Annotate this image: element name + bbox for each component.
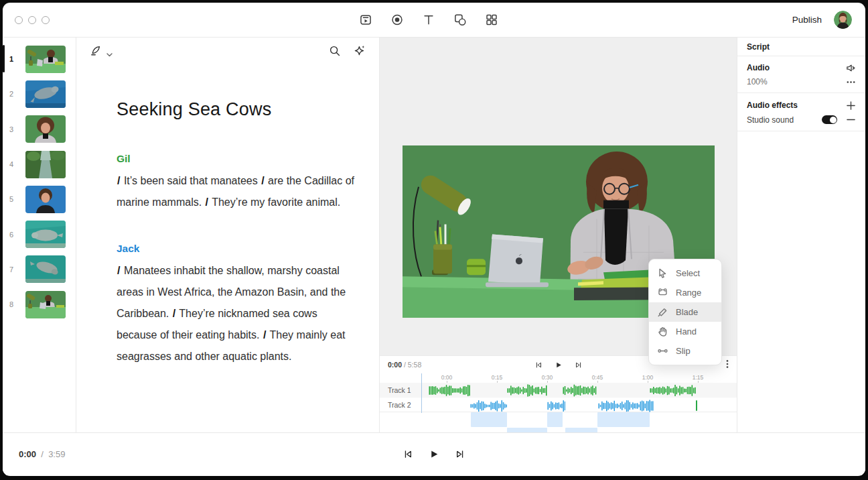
layout-grid-icon[interactable] (486, 13, 498, 26)
scene-row-4[interactable]: 4 (3, 147, 76, 182)
close-window-button[interactable] (15, 16, 23, 24)
timeline-ruler[interactable]: 0:000:150:300:451:001:15 (380, 373, 737, 383)
clip-boundary-marker[interactable]: / (117, 175, 121, 186)
scene-thumbnail[interactable] (25, 115, 66, 143)
publish-button[interactable]: Publish (792, 15, 822, 25)
audio-clip[interactable] (470, 398, 507, 413)
menu-item-slip[interactable]: Slip (649, 341, 721, 361)
menu-item-range[interactable]: Range (649, 283, 721, 302)
scene-row-7[interactable]: 7 (3, 252, 76, 287)
timeline-track-1: Track 1 (380, 383, 737, 398)
media-clip-icon[interactable] (360, 13, 372, 26)
range-icon (657, 287, 668, 298)
ellipsis-icon[interactable] (846, 77, 856, 87)
menu-item-blade[interactable]: Blade (649, 302, 721, 322)
scene-sidebar: 12345678 (3, 38, 76, 432)
scene-thumbnail[interactable] (25, 186, 66, 213)
clip-placeholder[interactable] (597, 412, 650, 427)
playhead[interactable] (421, 373, 422, 413)
audio-clip[interactable] (547, 398, 565, 413)
shapes-icon[interactable] (454, 13, 467, 26)
remove-effect-icon[interactable] (846, 115, 856, 125)
zoom-window-button[interactable] (42, 16, 50, 24)
clip-placeholder[interactable] (471, 412, 507, 427)
timeline-skip-back-button[interactable] (534, 361, 542, 369)
inspector-panel: Script Audio 100% Audio effects (737, 38, 865, 432)
ruler-label: 0:30 (542, 374, 553, 381)
ai-sparkle-icon[interactable] (354, 45, 366, 57)
scene-number: 4 (3, 160, 20, 168)
clip-boundary-marker[interactable]: / (172, 308, 176, 319)
timeline-track-2: Track 2 (380, 398, 737, 412)
audio-clip[interactable] (650, 383, 697, 398)
scene-row-1[interactable]: 1 (3, 42, 76, 76)
add-effect-icon[interactable] (846, 101, 856, 111)
script-title[interactable]: Seeking Sea Cows (117, 99, 352, 120)
menu-item-hand[interactable]: Hand (649, 322, 721, 341)
scene-row-6[interactable]: 6 (3, 217, 76, 251)
quill-pen-icon (90, 45, 102, 57)
timeline-skip-forward-button[interactable] (575, 361, 582, 369)
timeline-play-button[interactable] (555, 361, 562, 369)
scene-thumbnail[interactable] (25, 221, 66, 248)
studio-sound-toggle[interactable] (822, 115, 837, 124)
scene-thumbnail[interactable] (25, 46, 66, 73)
timeline-options-button[interactable] (723, 359, 732, 369)
scene-thumbnail[interactable] (25, 80, 66, 108)
scene-thumbnail[interactable] (25, 255, 66, 283)
speaker-label[interactable]: Gil (117, 153, 352, 165)
speaker-icon[interactable] (846, 63, 856, 73)
scene-thumbnail[interactable] (25, 291, 66, 318)
toolbar-icon-group (360, 3, 498, 37)
transcript-paragraph[interactable]: / Manatees inhabit the shallow, marshy c… (117, 260, 359, 367)
write-mode-dropdown[interactable] (90, 45, 113, 57)
script-panel: Seeking Sea Cows Gil/ It’s been said tha… (76, 38, 380, 432)
record-icon[interactable] (391, 13, 404, 26)
scene-row-8[interactable]: 8 (3, 287, 76, 322)
user-avatar[interactable] (834, 11, 852, 29)
clip-placeholder[interactable] (547, 412, 563, 427)
audio-volume-value[interactable]: 100% (747, 77, 768, 86)
text-tool-icon[interactable] (423, 13, 435, 26)
ruler-label: 0:00 (441, 374, 453, 381)
menu-item-select[interactable]: Select (649, 263, 721, 283)
search-icon[interactable] (329, 45, 341, 57)
track-label[interactable]: Track 1 (380, 383, 421, 398)
player-bar: 0:00 / 3:59 (3, 432, 865, 475)
clip-boundary-marker[interactable]: / (205, 196, 209, 208)
transcript-paragraph[interactable]: / It’s been said that manatees / are the… (117, 170, 359, 213)
scene-thumbnail[interactable] (25, 151, 66, 178)
clip-boundary-marker[interactable]: / (117, 265, 121, 276)
timeline: 0:00 / 5:58 0:000:150:300:451:001:15 Tra… (380, 355, 737, 432)
track-label[interactable]: Track 2 (380, 398, 421, 412)
clip-boundary-marker[interactable]: / (261, 175, 265, 186)
player-timecode: 0:00 / 3:59 (3, 449, 65, 459)
audio-clip[interactable] (598, 398, 654, 413)
blade-icon (657, 306, 668, 318)
slip-icon (657, 345, 668, 357)
edit-point-marker[interactable] (696, 400, 697, 411)
player-skip-back-button[interactable] (403, 449, 413, 459)
clip-boundary-marker[interactable]: / (263, 329, 267, 341)
script-block-gil: Gil/ It’s been said that manatees / are … (117, 153, 352, 213)
menu-item-label: Range (676, 288, 701, 298)
menu-item-label: Blade (676, 307, 698, 317)
chevron-down-icon (106, 48, 113, 54)
player-skip-forward-button[interactable] (455, 449, 465, 459)
titlebar: Publish (3, 3, 865, 38)
ruler-label: 0:45 (592, 374, 603, 381)
tool-context-menu: SelectRangeBladeHandSlip (648, 259, 722, 365)
audio-clip[interactable] (507, 383, 547, 398)
menu-item-label: Hand (676, 326, 697, 337)
audio-clip[interactable] (563, 383, 597, 398)
scene-row-5[interactable]: 5 (3, 182, 76, 217)
scene-row-2[interactable]: 2 (3, 76, 76, 111)
audio-clip[interactable] (429, 383, 471, 398)
timeline-timecode: 0:00 / 5:58 (380, 361, 421, 369)
scene-number: 6 (3, 231, 20, 239)
scene-row-3[interactable]: 3 (3, 112, 76, 147)
minimize-window-button[interactable] (28, 16, 36, 24)
player-play-button[interactable] (429, 449, 439, 459)
speaker-label[interactable]: Jack (117, 243, 352, 255)
ruler-label: 1:00 (642, 374, 654, 381)
